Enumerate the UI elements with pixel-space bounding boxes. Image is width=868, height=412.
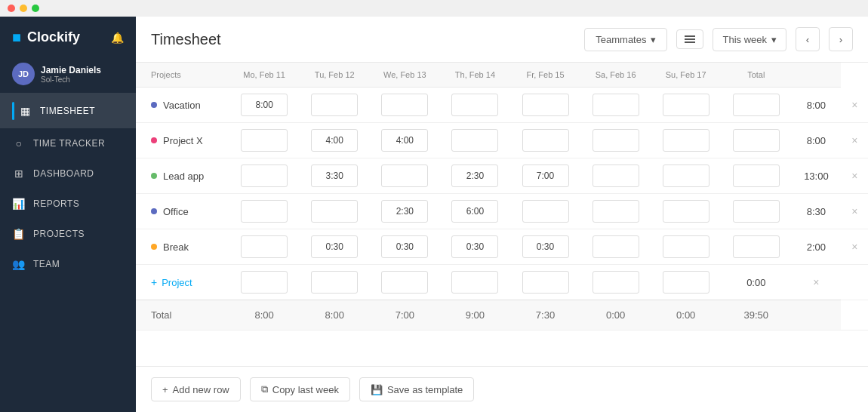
time-input[interactable] bbox=[593, 271, 639, 294]
add-project-button[interactable]: +Project bbox=[136, 269, 229, 296]
time-input[interactable] bbox=[593, 94, 639, 116]
time-input[interactable] bbox=[663, 271, 709, 294]
time-input[interactable] bbox=[522, 94, 569, 116]
sidebar-item-projects[interactable]: 📋 PROJECTS bbox=[0, 219, 136, 249]
table-row: Break2:00× bbox=[136, 229, 868, 265]
time-input[interactable] bbox=[451, 271, 498, 294]
time-input[interactable] bbox=[733, 235, 780, 258]
time-input[interactable] bbox=[593, 200, 639, 223]
delete-row-button[interactable]: × bbox=[851, 134, 857, 146]
time-input[interactable] bbox=[522, 164, 569, 187]
time-cell bbox=[651, 158, 721, 194]
time-input[interactable] bbox=[663, 164, 709, 187]
day-total: 0:00 bbox=[580, 300, 651, 331]
time-input[interactable] bbox=[522, 200, 569, 223]
time-input[interactable] bbox=[241, 200, 288, 223]
time-input[interactable] bbox=[733, 164, 780, 187]
delete-row-button[interactable]: × bbox=[851, 241, 857, 253]
close-dot[interactable] bbox=[8, 5, 15, 12]
time-input[interactable] bbox=[522, 129, 569, 152]
time-input[interactable] bbox=[381, 235, 428, 258]
time-input[interactable] bbox=[522, 271, 569, 294]
col-sun: Su, Feb 17 bbox=[651, 63, 721, 88]
project-name: Lead app bbox=[163, 171, 204, 182]
time-input[interactable] bbox=[451, 94, 498, 116]
time-input[interactable] bbox=[311, 94, 358, 116]
view-toggle-button[interactable] bbox=[676, 29, 703, 49]
time-input[interactable] bbox=[522, 235, 569, 258]
time-input[interactable] bbox=[451, 200, 498, 223]
col-actions bbox=[791, 63, 841, 88]
add-row-button[interactable]: + Add new row bbox=[151, 377, 241, 401]
time-input[interactable] bbox=[381, 129, 428, 152]
notification-bell-icon[interactable]: 🔔 bbox=[111, 32, 124, 44]
week-selector-button[interactable]: This week ▾ bbox=[713, 28, 786, 51]
save-template-button[interactable]: 💾 Save as template bbox=[359, 377, 474, 401]
delete-row-button[interactable]: × bbox=[813, 276, 819, 288]
time-input[interactable] bbox=[241, 94, 288, 116]
sidebar-item-team[interactable]: 👥 TEAM bbox=[0, 249, 136, 279]
list-icon bbox=[685, 35, 695, 43]
time-input[interactable] bbox=[733, 200, 780, 223]
time-input[interactable] bbox=[381, 164, 428, 187]
chevron-right-icon: › bbox=[839, 34, 842, 45]
time-input[interactable] bbox=[451, 235, 498, 258]
time-input[interactable] bbox=[593, 235, 639, 258]
time-cell bbox=[510, 158, 580, 194]
time-input[interactable] bbox=[241, 164, 288, 187]
time-input[interactable] bbox=[311, 200, 358, 223]
time-input[interactable] bbox=[733, 94, 780, 116]
copy-icon: ⧉ bbox=[261, 383, 268, 395]
time-input[interactable] bbox=[451, 164, 498, 187]
sidebar-item-reports[interactable]: 📊 REPORTS bbox=[0, 189, 136, 219]
time-input[interactable] bbox=[733, 129, 780, 152]
next-week-button[interactable]: › bbox=[829, 27, 853, 51]
col-sat: Sa, Feb 16 bbox=[580, 63, 651, 88]
time-cell bbox=[721, 123, 791, 158]
time-input[interactable] bbox=[663, 94, 709, 116]
delete-row-button[interactable]: × bbox=[851, 99, 857, 111]
time-input[interactable] bbox=[241, 129, 288, 152]
copy-last-week-button[interactable]: ⧉ Copy last week bbox=[250, 377, 350, 401]
time-cell bbox=[580, 88, 651, 123]
time-input[interactable] bbox=[663, 129, 709, 152]
time-input[interactable] bbox=[593, 129, 639, 152]
time-input[interactable] bbox=[451, 129, 498, 152]
time-input[interactable] bbox=[241, 271, 288, 294]
delete-cell: × bbox=[841, 229, 868, 265]
sidebar-item-time-tracker[interactable]: ○ TIME TRACKER bbox=[0, 128, 136, 158]
teammates-button[interactable]: Teammates ▾ bbox=[584, 28, 667, 51]
time-input[interactable] bbox=[593, 164, 639, 187]
time-input[interactable] bbox=[663, 235, 709, 258]
sidebar-item-dashboard[interactable]: ⊞ DASHBOARD bbox=[0, 158, 136, 189]
time-input[interactable] bbox=[311, 271, 358, 294]
maximize-dot[interactable] bbox=[32, 5, 39, 12]
time-input[interactable] bbox=[311, 235, 358, 258]
project-name: Vacation bbox=[163, 100, 201, 111]
time-input[interactable] bbox=[663, 200, 709, 223]
delete-row-button[interactable]: × bbox=[851, 205, 857, 217]
plus-icon: + bbox=[162, 384, 168, 395]
delete-cell: × bbox=[841, 194, 868, 229]
time-cell bbox=[370, 265, 440, 300]
page-title: Timesheet bbox=[151, 31, 575, 48]
col-projects: Projects bbox=[136, 63, 229, 88]
minimize-dot[interactable] bbox=[20, 5, 27, 12]
time-input[interactable] bbox=[311, 129, 358, 152]
delete-row-button[interactable]: × bbox=[851, 170, 857, 182]
time-cell bbox=[580, 123, 651, 158]
user-org: Sol-Tech bbox=[41, 75, 101, 84]
time-input[interactable] bbox=[381, 200, 428, 223]
logo-text: Clockify bbox=[27, 29, 80, 45]
time-input[interactable] bbox=[311, 164, 358, 187]
time-input[interactable] bbox=[241, 235, 288, 258]
day-total: 8:00 bbox=[229, 300, 300, 331]
time-cell bbox=[721, 88, 791, 123]
time-input[interactable] bbox=[381, 271, 428, 294]
sidebar-item-timesheet[interactable]: ▦ TIMESHEET bbox=[0, 94, 136, 128]
prev-week-button[interactable]: ‹ bbox=[796, 27, 820, 51]
plus-icon: + bbox=[151, 276, 157, 288]
col-fri: Fr, Feb 15 bbox=[510, 63, 580, 88]
time-cell bbox=[440, 229, 510, 265]
time-input[interactable] bbox=[381, 94, 428, 116]
